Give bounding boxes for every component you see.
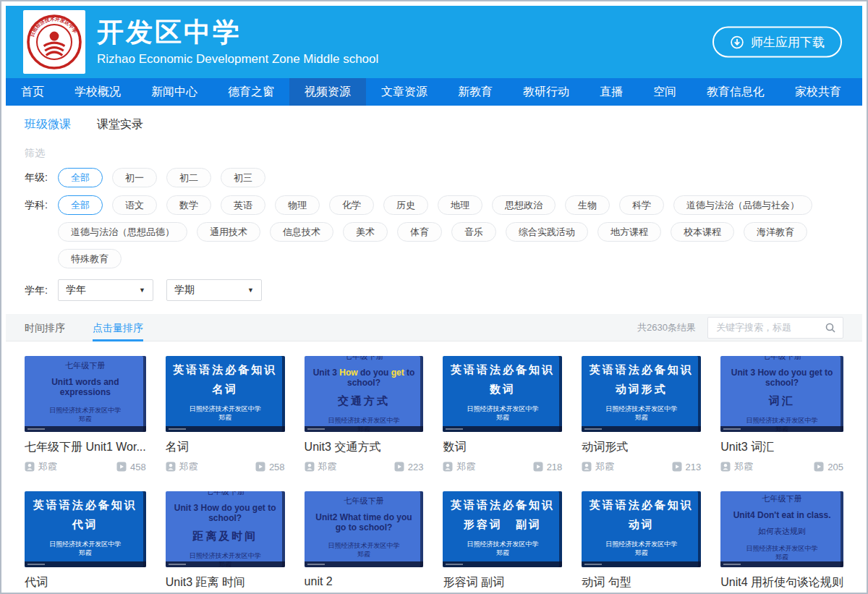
nav-item[interactable]: 学校概况 xyxy=(59,78,136,106)
nav-item[interactable]: 新闻中心 xyxy=(136,78,213,106)
subject-filter-label: 学科: xyxy=(25,195,58,215)
nav-item[interactable]: 新教育 xyxy=(443,78,508,106)
video-thumbnail[interactable]: 英语语法必备知识动词日照经济技术开发区中学郑霞 xyxy=(582,491,701,567)
video-thumbnail[interactable]: 英语语法必备知识代词日照经济技术开发区中学郑霞 xyxy=(25,491,146,567)
video-thumbnail[interactable]: 英语语法必备知识名词日照经济技术开发区中学郑霞 xyxy=(166,356,285,432)
thumbnail-text-line: Unit 3 How do you get to school? xyxy=(726,368,838,388)
video-thumbnail[interactable]: 七年级下册Unit 3 How do you get to school?词汇日… xyxy=(720,356,843,432)
video-author: 郑霞 xyxy=(582,460,614,473)
grade-pill[interactable]: 初三 xyxy=(221,168,265,187)
page-frame: 日照经济技术开发区中学 开发区中学 Rizhao Economic Develo… xyxy=(0,0,868,594)
search-input[interactable] xyxy=(715,321,825,334)
subject-pill[interactable]: 道德与法治（品德与社会） xyxy=(673,195,812,215)
video-card[interactable]: 英语语法必备知识数词日照经济技术开发区中学郑霞数词郑霞218 xyxy=(443,356,562,473)
thumbnail-text-line: 英语语法必备知识 xyxy=(173,363,277,377)
video-title: 七年级下册 Unit1 Wor... xyxy=(25,440,146,455)
play-icon xyxy=(533,462,543,472)
subject-pill[interactable]: 历史 xyxy=(383,195,428,215)
video-card[interactable]: 七年级下册Unit 3 How do you get to school?距离及… xyxy=(166,491,285,594)
nav-item[interactable]: 家校共育 xyxy=(780,78,856,106)
video-thumbnail[interactable]: 七年级下册Unit 3 How do you get to school?距离及… xyxy=(166,491,285,567)
subject-pill[interactable]: 物理 xyxy=(275,195,320,215)
video-view-count-value: 218 xyxy=(547,462,563,472)
subject-pill[interactable]: 特殊教育 xyxy=(58,249,122,268)
grade-pill[interactable]: 初二 xyxy=(166,168,211,187)
person-icon xyxy=(582,462,592,472)
video-title: Unit3 距离 时间 xyxy=(166,575,285,590)
subject-pill[interactable]: 科学 xyxy=(619,195,664,215)
grade-pill[interactable]: 全部 xyxy=(58,168,103,187)
video-card[interactable]: 七年级下册Unit4 Don't eat in class.如何表达规则日照经济… xyxy=(720,491,843,594)
subject-pill[interactable]: 英语 xyxy=(221,195,265,215)
subject-pill[interactable]: 地理 xyxy=(438,195,482,215)
video-card[interactable]: 七年级下册Unit1 words and expressions日照经济技术开发… xyxy=(25,356,146,473)
year-filter-label: 学年: xyxy=(25,281,58,300)
video-thumbnail[interactable]: 七年级下册Unit2 What time do you go to school… xyxy=(305,491,424,567)
subject-pill[interactable]: 综合实践活动 xyxy=(506,222,588,242)
subject-pill[interactable]: 全部 xyxy=(58,195,103,215)
video-thumbnail[interactable]: 英语语法必备知识动词形式日照经济技术开发区中学郑霞 xyxy=(582,356,701,432)
thumbnail-text-line: 日照经济技术开发区中学 xyxy=(328,417,400,425)
resource-tab[interactable]: 班级微课 xyxy=(25,117,71,132)
video-card[interactable]: 英语语法必备知识动词日照经济技术开发区中学郑霞动词 句型郑霞162 xyxy=(582,491,701,594)
nav-item[interactable]: 教研行动 xyxy=(508,78,584,106)
video-author-name: 郑霞 xyxy=(595,460,614,473)
video-thumbnail[interactable]: 英语语法必备知识形容词 副词日照经济技术开发区中学郑霞 xyxy=(443,491,562,567)
sort-tab[interactable]: 时间排序 xyxy=(25,314,65,341)
nav-item[interactable]: 视频资源 xyxy=(289,78,366,106)
video-card[interactable]: 英语语法必备知识名词日照经济技术开发区中学郑霞名词郑霞258 xyxy=(166,356,285,473)
resource-tab[interactable]: 课堂实录 xyxy=(97,117,143,132)
video-thumbnail[interactable]: 七年级下册Unit 3 How do you get to school?交通方… xyxy=(305,356,424,432)
subject-pill[interactable]: 海洋教育 xyxy=(744,222,807,242)
video-author: 郑霞 xyxy=(25,460,57,473)
nav-item[interactable]: 教育信息化 xyxy=(692,78,780,106)
subject-pill[interactable]: 数学 xyxy=(166,195,211,215)
video-thumbnail[interactable]: 七年级下册Unit1 words and expressions日照经济技术开发… xyxy=(25,356,146,432)
nav-item[interactable]: 直播 xyxy=(584,78,638,106)
thumbnail-text-line: 七年级下册 xyxy=(344,356,384,362)
video-card[interactable]: 英语语法必备知识代词日照经济技术开发区中学郑霞代词郑霞191 xyxy=(25,491,146,594)
video-card[interactable]: 英语语法必备知识形容词 副词日照经济技术开发区中学郑霞形容词 副词郑霞171 xyxy=(443,491,562,594)
subject-pill[interactable]: 校本课程 xyxy=(671,222,734,242)
grade-pill[interactable]: 初一 xyxy=(112,168,157,187)
subject-pill[interactable]: 生物 xyxy=(565,195,610,215)
video-card[interactable]: 七年级下册Unit 3 How do you get to school?交通方… xyxy=(305,356,424,473)
sort-tab[interactable]: 点击量排序 xyxy=(93,314,143,341)
video-meta: 郑霞258 xyxy=(166,460,285,473)
thumbnail-text-line: 七年级下册 xyxy=(762,356,802,362)
school-year-select[interactable]: 学年 ▼ xyxy=(58,279,153,301)
subject-pill[interactable]: 信息技术 xyxy=(270,222,333,242)
subject-pill[interactable]: 思想政治 xyxy=(492,195,556,215)
subject-pill[interactable]: 地方课程 xyxy=(597,222,661,242)
person-icon xyxy=(166,462,176,472)
nav-item[interactable]: 首页 xyxy=(6,78,59,106)
nav-item[interactable]: 禁毒展览馆 xyxy=(856,78,868,106)
video-thumbnail[interactable]: 七年级下册Unit4 Don't eat in class.如何表达规则日照经济… xyxy=(720,491,843,567)
video-view-count: 205 xyxy=(814,462,843,472)
school-logo: 日照经济技术开发区中学 xyxy=(23,10,85,74)
subject-pill[interactable]: 美术 xyxy=(343,222,388,242)
subject-pill[interactable]: 体育 xyxy=(397,222,442,242)
search-icon[interactable] xyxy=(825,322,836,334)
video-card[interactable]: 七年级下册Unit 3 How do you get to school?词汇日… xyxy=(720,356,843,473)
subject-pill[interactable]: 化学 xyxy=(329,195,374,215)
download-button[interactable]: 师生应用下载 xyxy=(712,27,842,58)
year-filter-row: 学年: 学年 ▼ 学期 ▼ xyxy=(25,279,843,301)
nav-item[interactable]: 空间 xyxy=(638,78,692,106)
school-year-select-value: 学年 xyxy=(66,284,86,297)
video-title: 动词形式 xyxy=(582,440,701,455)
video-thumbnail[interactable]: 英语语法必备知识数词日照经济技术开发区中学郑霞 xyxy=(443,356,562,432)
nav-item[interactable]: 文章资源 xyxy=(366,78,443,106)
subject-pill[interactable]: 道德与法治（思想品德） xyxy=(58,222,187,242)
thumbnail-text-line: 郑霞 xyxy=(79,415,92,424)
subject-pill[interactable]: 音乐 xyxy=(451,222,496,242)
video-card[interactable]: 七年级下册Unit2 What time do you go to school… xyxy=(305,491,424,594)
video-card[interactable]: 英语语法必备知识动词形式日照经济技术开发区中学郑霞动词形式郑霞213 xyxy=(582,356,701,473)
video-author-name: 郑霞 xyxy=(318,460,337,473)
person-icon xyxy=(25,462,35,472)
term-select[interactable]: 学期 ▼ xyxy=(166,279,262,301)
subject-pill[interactable]: 通用技术 xyxy=(197,222,260,242)
play-icon xyxy=(672,462,682,472)
nav-item[interactable]: 德育之窗 xyxy=(213,78,289,106)
subject-pill[interactable]: 语文 xyxy=(112,195,157,215)
